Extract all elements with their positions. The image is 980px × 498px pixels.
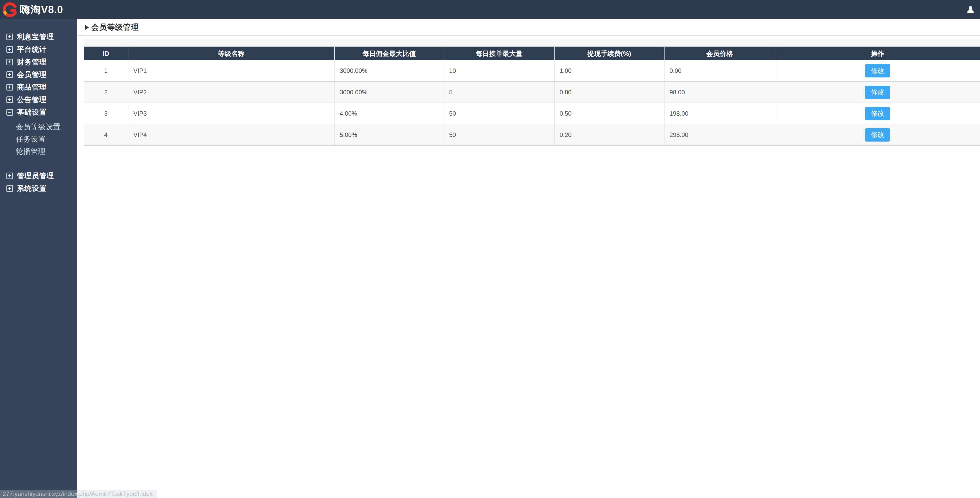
sidebar: + 利息宝管理 + 平台统计 + 财务管理 + 会员管理 + 商品管理 + 公告… (0, 19, 77, 498)
col-header-daily-orders-max: 每日接单最大量 (444, 47, 554, 60)
sidebar-item-gonggao-guanli[interactable]: + 公告管理 (0, 93, 77, 106)
sidebar-item-caiwu-guanli[interactable]: + 财务管理 (0, 56, 77, 68)
cell-withdraw-fee: 0.50 (554, 103, 664, 124)
cell-price: 198.00 (664, 103, 775, 124)
col-header-daily-commission-max: 每日佣金最大比值 (334, 47, 444, 60)
sidebar-item-xitong-shezhi[interactable]: + 系统设置 (0, 182, 77, 195)
cell-max-orders: 5 (444, 81, 554, 103)
sidebar-item-label: 管理员管理 (17, 171, 54, 181)
cell-actions: 修改 (775, 60, 980, 81)
expand-plus-icon[interactable]: + (6, 46, 13, 53)
expand-plus-icon[interactable]: + (6, 96, 13, 103)
cell-commission: 3000.00% (334, 60, 444, 81)
member-levels-table: ID 等级名称 每日佣金最大比值 每日接单最大量 提现手续费(%) 会员价格 操… (84, 47, 980, 146)
col-header-level-name: 等级名称 (128, 47, 334, 60)
col-header-member-price: 会员价格 (664, 47, 775, 60)
col-header-id: ID (84, 47, 128, 60)
col-header-actions: 操作 (775, 47, 980, 60)
page-header: 会员等级管理 (77, 19, 980, 36)
sidebar-subitem-renwu-shezhi[interactable]: 任务设置 (0, 133, 77, 145)
col-header-withdraw-fee: 提现手续费(%) (554, 47, 664, 60)
cell-max-orders: 50 (444, 124, 554, 145)
topbar: 嗨淘V8.0 (0, 0, 980, 19)
app-title: 嗨淘V8.0 (20, 3, 63, 17)
app-logo[interactable]: 嗨淘V8.0 (3, 2, 63, 17)
cell-actions: 修改 (775, 81, 980, 103)
cell-id: 2 (84, 81, 128, 103)
sidebar-item-huiyuan-guanli[interactable]: + 会员管理 (0, 68, 77, 81)
table-toolbar (84, 39, 980, 47)
logo-g-icon (3, 2, 18, 17)
expand-plus-icon[interactable]: + (6, 172, 13, 179)
sidebar-item-label: 商品管理 (17, 82, 47, 92)
sidebar-subitem-huiyuan-dengji-shezhi[interactable]: 会员等级设置 (0, 121, 77, 133)
table-header-row: ID 等级名称 每日佣金最大比值 每日接单最大量 提现手续费(%) 会员价格 操… (84, 47, 980, 60)
cell-price: 298.00 (664, 124, 775, 145)
cell-level-name: VIP2 (128, 81, 334, 103)
breadcrumb-arrow-icon (85, 25, 89, 30)
sidebar-item-label: 公告管理 (17, 95, 47, 105)
sidebar-item-label: 平台统计 (17, 45, 47, 54)
sidebar-subitem-lunbo-guanli[interactable]: 轮播管理 (0, 145, 77, 158)
sidebar-item-shangpin-guanli[interactable]: + 商品管理 (0, 81, 77, 93)
cell-level-name: VIP4 (128, 124, 334, 145)
user-menu-button[interactable] (965, 4, 976, 15)
sidebar-item-guanliyuan-guanli[interactable]: + 管理员管理 (0, 169, 77, 182)
expand-plus-icon[interactable]: + (6, 185, 13, 192)
cell-max-orders: 50 (444, 103, 554, 124)
sidebar-item-pingtai-tongji[interactable]: + 平台统计 (0, 43, 77, 56)
link-preview-tooltip: 277.yanshiyanshi.xyz/index.php/Admin/Tas… (0, 490, 157, 498)
table-row: 4 VIP4 5.00% 50 0.20 298.00 修改 (84, 124, 980, 145)
cell-actions: 修改 (775, 124, 980, 145)
expand-plus-icon[interactable]: + (6, 34, 13, 40)
cell-level-name: VIP1 (128, 60, 334, 81)
cell-id: 1 (84, 60, 128, 81)
expand-plus-icon[interactable]: + (6, 59, 13, 65)
edit-button[interactable]: 修改 (865, 107, 890, 120)
cell-commission: 4.00% (334, 103, 444, 124)
cell-level-name: VIP3 (128, 103, 334, 124)
cell-id: 3 (84, 103, 128, 124)
cell-withdraw-fee: 0.20 (554, 124, 664, 145)
cell-max-orders: 10 (444, 60, 554, 81)
sidebar-item-jichu-shezhi[interactable]: − 基础设置 (0, 106, 77, 118)
table-row: 3 VIP3 4.00% 50 0.50 198.00 修改 (84, 103, 980, 124)
cell-commission: 3000.00% (334, 81, 444, 103)
collapse-minus-icon[interactable]: − (6, 109, 13, 116)
sidebar-submenu-container: 会员等级设置 任务设置 轮播管理 (0, 121, 77, 158)
cell-price: 0.00 (664, 60, 775, 81)
sidebar-item-label: 财务管理 (17, 57, 47, 67)
edit-button[interactable]: 修改 (865, 64, 890, 77)
cell-price: 98.00 (664, 81, 775, 103)
sidebar-item-lixibao-guanli[interactable]: + 利息宝管理 (0, 30, 77, 43)
table-panel: ID 等级名称 每日佣金最大比值 每日接单最大量 提现手续费(%) 会员价格 操… (84, 39, 980, 146)
edit-button[interactable]: 修改 (865, 86, 890, 99)
expand-plus-icon[interactable]: + (6, 71, 13, 78)
cell-commission: 5.00% (334, 124, 444, 145)
cell-withdraw-fee: 1.00 (554, 60, 664, 81)
cell-id: 4 (84, 124, 128, 145)
sidebar-menu: + 利息宝管理 + 平台统计 + 财务管理 + 会员管理 + 商品管理 + 公告… (0, 30, 77, 195)
table-row: 2 VIP2 3000.00% 5 0.80 98.00 修改 (84, 81, 980, 103)
cell-withdraw-fee: 0.80 (554, 81, 664, 103)
edit-button[interactable]: 修改 (865, 128, 890, 142)
cell-actions: 修改 (775, 103, 980, 124)
sidebar-item-label: 系统设置 (17, 184, 47, 193)
table-row: 1 VIP1 3000.00% 10 1.00 0.00 修改 (84, 60, 980, 81)
expand-plus-icon[interactable]: + (6, 84, 13, 91)
sidebar-item-label: 会员管理 (17, 70, 47, 80)
sidebar-submenu: 会员等级设置 任务设置 轮播管理 (0, 121, 77, 158)
main-content: 会员等级管理 ID 等级名称 每日佣金最大比值 每日接单最大量 提现手续费(%)… (77, 19, 980, 498)
sidebar-item-label: 利息宝管理 (17, 32, 54, 42)
page-title: 会员等级管理 (91, 22, 139, 33)
user-icon (966, 5, 975, 14)
sidebar-item-label: 基础设置 (17, 107, 47, 117)
